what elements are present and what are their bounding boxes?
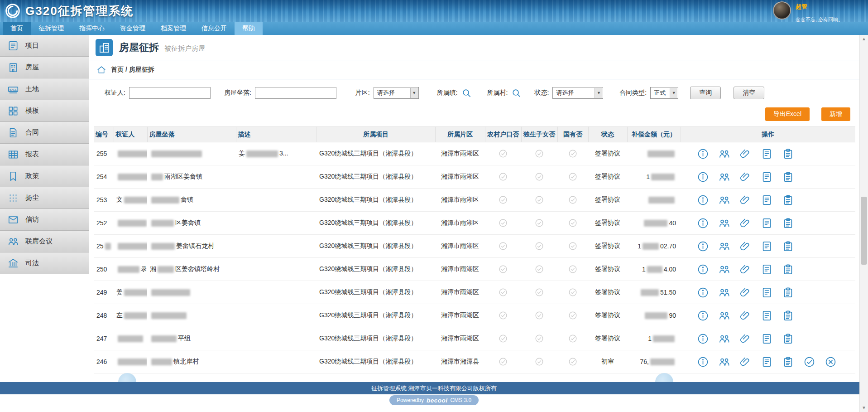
group-icon[interactable]: [718, 310, 730, 322]
reject-icon[interactable]: [825, 356, 837, 368]
sidebar-item-label: 项目: [25, 41, 39, 50]
address-input[interactable]: [255, 87, 336, 99]
nav-item-3[interactable]: 指挥中心: [72, 22, 112, 35]
info-icon[interactable]: [697, 194, 709, 206]
cell-description: [236, 212, 317, 235]
export-excel-button[interactable]: 导出Excel: [765, 107, 810, 121]
record-icon[interactable]: [761, 356, 773, 368]
info-icon[interactable]: [697, 333, 709, 345]
sidebar-item-8[interactable]: 扬尘: [0, 187, 89, 209]
vertical-scrollbar[interactable]: ▲ ▼: [859, 35, 868, 412]
info-icon[interactable]: [697, 217, 709, 229]
info-icon[interactable]: [697, 171, 709, 183]
cell-project: G320绕城线三期项目（湘潭县段）: [317, 327, 435, 350]
sidebar-item-4[interactable]: 模板: [0, 100, 89, 122]
add-button[interactable]: 新增: [821, 107, 850, 121]
nav-item-1[interactable]: 首页: [3, 22, 31, 35]
attachment-icon[interactable]: [739, 356, 752, 368]
attachment-icon[interactable]: [739, 263, 752, 276]
nav-item-7[interactable]: 帮助: [235, 22, 263, 35]
attachment-icon[interactable]: [739, 240, 752, 252]
scroll-down-icon[interactable]: ▼: [860, 404, 868, 412]
clipboard-icon[interactable]: [782, 217, 794, 229]
info-icon[interactable]: [697, 263, 709, 276]
nav-item-5[interactable]: 档案管理: [153, 22, 194, 35]
clipboard-icon[interactable]: [782, 286, 794, 299]
record-icon[interactable]: [761, 240, 773, 252]
status-select[interactable]: 请选择 ▼: [552, 87, 603, 99]
clipboard-icon[interactable]: [782, 310, 794, 322]
town-filter-label: 所属镇:: [437, 89, 458, 97]
sidebar-item-1[interactable]: 项目: [0, 35, 89, 57]
sidebar-item-5[interactable]: 合同: [0, 122, 89, 144]
sidebar-item-2[interactable]: 房屋: [0, 57, 89, 78]
scrollbar-thumb[interactable]: [861, 197, 867, 265]
sidebar-item-label: 模板: [25, 107, 39, 115]
sidebar-item-11[interactable]: 司法: [0, 252, 89, 274]
clipboard-icon[interactable]: [782, 333, 794, 345]
home-icon[interactable]: [96, 65, 106, 75]
info-icon[interactable]: [697, 356, 709, 368]
query-button[interactable]: 查询: [690, 87, 721, 99]
info-icon[interactable]: [697, 240, 709, 252]
sidebar-item-6[interactable]: 报表: [0, 144, 89, 165]
owner-input[interactable]: [129, 87, 211, 99]
record-icon[interactable]: [761, 217, 773, 229]
group-icon[interactable]: [718, 240, 730, 252]
area-select[interactable]: 请选择 ▼: [374, 87, 419, 99]
info-icon[interactable]: [697, 286, 709, 299]
clipboard-icon[interactable]: [782, 263, 794, 276]
group-icon[interactable]: [718, 286, 730, 299]
attachment-icon[interactable]: [739, 217, 752, 229]
clipboard-icon[interactable]: [782, 171, 794, 183]
check-circle-icon: [568, 334, 578, 342]
record-icon[interactable]: [761, 286, 773, 299]
record-icon[interactable]: [761, 194, 773, 206]
nav-item-6[interactable]: 信息公开: [194, 22, 235, 35]
sidebar-item-10[interactable]: 联席会议: [0, 231, 89, 252]
clipboard-icon[interactable]: [782, 194, 794, 206]
group-icon[interactable]: [718, 194, 730, 206]
group-icon[interactable]: [718, 356, 730, 368]
record-icon[interactable]: [761, 148, 773, 160]
cell-address: [147, 142, 236, 165]
record-icon[interactable]: [761, 310, 773, 322]
sidebar-item-9[interactable]: 信访: [0, 209, 89, 231]
cell-project: G320绕城线三期项目（湘潭县段）: [317, 258, 435, 281]
cell-address: [147, 304, 236, 327]
record-icon[interactable]: [761, 333, 773, 345]
attachment-icon[interactable]: [739, 310, 752, 322]
clipboard-icon[interactable]: [782, 240, 794, 252]
float-button-left[interactable]: [118, 373, 136, 382]
attachment-icon[interactable]: [739, 171, 752, 183]
user-avatar[interactable]: [773, 1, 791, 19]
nav-item-2[interactable]: 征拆管理: [31, 22, 72, 35]
sidebar-item-3[interactable]: SALE土地: [0, 78, 89, 100]
float-button-right[interactable]: [655, 373, 673, 382]
record-icon[interactable]: [761, 263, 773, 276]
info-icon[interactable]: [697, 148, 709, 160]
attachment-icon[interactable]: [739, 286, 752, 299]
attachment-icon[interactable]: [739, 148, 752, 160]
group-icon[interactable]: [718, 171, 730, 183]
group-icon[interactable]: [718, 333, 730, 345]
approve-icon[interactable]: [803, 356, 815, 368]
clipboard-icon[interactable]: [782, 148, 794, 160]
group-icon[interactable]: [718, 148, 730, 160]
nav-item-4[interactable]: 资金管理: [112, 22, 153, 35]
contract-type-select[interactable]: 正式 ▼: [650, 87, 678, 99]
redacted-text: [151, 359, 172, 365]
record-icon[interactable]: [761, 171, 773, 183]
group-icon[interactable]: [718, 263, 730, 276]
clipboard-icon[interactable]: [782, 356, 794, 368]
attachment-icon[interactable]: [739, 194, 752, 206]
scroll-up-icon[interactable]: ▲: [860, 35, 868, 43]
attachment-icon[interactable]: [739, 333, 752, 345]
check-circle-icon: [498, 265, 508, 272]
village-search-icon[interactable]: [511, 88, 522, 98]
group-icon[interactable]: [718, 217, 730, 229]
town-search-icon[interactable]: [461, 88, 472, 98]
sidebar-item-7[interactable]: 政策: [0, 165, 89, 187]
info-icon[interactable]: [697, 310, 709, 322]
clear-button[interactable]: 清空: [734, 87, 764, 99]
